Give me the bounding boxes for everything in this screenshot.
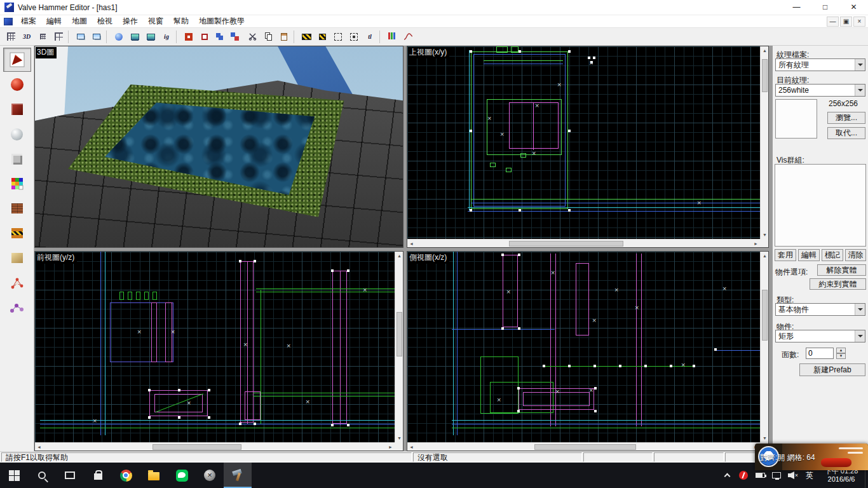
make-hollow-button[interactable] — [197, 30, 212, 44]
task-view-button[interactable] — [56, 463, 84, 488]
horizontal-scrollbar[interactable]: ◄► — [407, 442, 760, 451]
viewport-top[interactable]: ××××××× 上視圖(x/y) ▲▼ ◄► — [407, 46, 769, 248]
group-button[interactable] — [213, 30, 228, 44]
entity-tool[interactable] — [3, 122, 31, 146]
carve-button[interactable] — [181, 30, 196, 44]
auto-size-selection-button[interactable] — [346, 30, 362, 44]
hammer-app-button[interactable] — [224, 463, 252, 488]
replace-button[interactable]: 取代... — [827, 127, 865, 139]
viewport-side-label[interactable]: 側視圖(x/z) — [408, 252, 449, 264]
selection-tool[interactable] — [3, 48, 31, 72]
block-tool[interactable] — [3, 147, 31, 171]
viewport-top-canvas[interactable]: ××××××× — [407, 46, 760, 239]
object-combo[interactable]: 矩形 — [775, 330, 865, 342]
menu-item-4[interactable]: 檢視 — [92, 15, 118, 28]
new-prefab-button[interactable]: 新建Prefab — [799, 363, 865, 376]
viewport-front[interactable]: ×××××××× 前視圖(y/z) ▲▼ ◄► — [34, 251, 403, 451]
store-button[interactable] — [84, 463, 112, 488]
viewport-3d-label[interactable]: 3D圖 — [36, 47, 57, 58]
start-button[interactable] — [0, 463, 28, 488]
toggle-grid-button[interactable] — [3, 30, 18, 44]
apply-texture-tool[interactable] — [3, 196, 31, 220]
horizontal-scrollbar[interactable]: ◄► — [35, 442, 395, 451]
mdi-restore-button[interactable]: ▣ — [840, 17, 852, 27]
menu-item-8[interactable]: 地圖製作教學 — [194, 15, 250, 28]
faces-stepper[interactable]: ▲▼ — [836, 348, 846, 359]
current-texture-combo[interactable]: 256white — [775, 84, 865, 97]
decal-tool[interactable] — [3, 221, 31, 245]
viewport-front-label[interactable]: 前視圖(y/z) — [36, 252, 77, 264]
chevron-down-icon[interactable] — [855, 304, 865, 315]
vertical-scrollbar[interactable]: ▲▼ — [395, 252, 403, 442]
menu-item-5[interactable]: 操作 — [118, 15, 143, 28]
minimize-button[interactable]: — — [782, 0, 811, 15]
chrome-button[interactable] — [112, 463, 140, 488]
antivirus-tray-icon[interactable] — [735, 463, 752, 488]
ungroup-button[interactable] — [229, 30, 244, 44]
texture-application-tool[interactable] — [3, 172, 31, 196]
vertex-tool[interactable] — [3, 271, 31, 295]
path-tool[interactable] — [3, 295, 31, 320]
larger-grid-button[interactable] — [51, 30, 66, 44]
edit-cordon-button[interactable] — [315, 30, 330, 44]
close-button[interactable]: ✕ — [839, 0, 868, 15]
load-window-state-button[interactable] — [73, 30, 88, 44]
viewport-3d[interactable]: 3D圖 — [34, 46, 403, 248]
run-map-button[interactable] — [111, 30, 126, 44]
viewport-3d-canvas[interactable] — [35, 46, 403, 247]
file-explorer-button[interactable] — [140, 463, 168, 488]
chevron-down-icon[interactable] — [855, 330, 865, 342]
visgroup-clear-button[interactable]: 清除 — [845, 249, 866, 261]
menu-item-1[interactable]: 檔案 — [16, 15, 41, 28]
ungroup-entity-button[interactable]: 解除實體 — [817, 264, 866, 276]
viewport-top-label[interactable]: 上視圖(x/y) — [408, 47, 449, 58]
chevron-down-icon[interactable] — [855, 85, 865, 96]
visgroups-list[interactable] — [775, 164, 866, 247]
toggle-ignore-groups-button[interactable]: ig — [159, 30, 174, 44]
color-wads-button[interactable] — [384, 30, 400, 44]
vertical-scrollbar[interactable]: ▲▼ — [760, 46, 768, 239]
viewport-side[interactable]: ×××××××××× 側視圖(x/z) ▲▼ ◄► — [407, 251, 769, 451]
goto-brush-button[interactable] — [127, 30, 142, 44]
smaller-grid-button[interactable] — [35, 30, 50, 44]
hidden-icons-button[interactable] — [719, 463, 735, 488]
toggle-3d-grid-button[interactable]: 3D — [19, 30, 34, 44]
horizontal-scrollbar[interactable]: ◄► — [407, 239, 760, 247]
texture-file-combo[interactable]: 所有紋理 — [775, 58, 865, 71]
vertical-scrollbar[interactable]: ▲▼ — [760, 252, 768, 442]
menu-item-3[interactable]: 地圖 — [67, 15, 92, 28]
mdi-minimize-button[interactable]: — — [827, 17, 839, 27]
tie-to-entity-button[interactable]: 約束到實體 — [810, 278, 866, 290]
clipping-tool[interactable] — [3, 246, 31, 270]
menu-item-2[interactable]: 編輯 — [41, 15, 67, 28]
browse-button[interactable]: 瀏覽... — [827, 112, 865, 124]
cut-button[interactable] — [245, 30, 260, 44]
menu-item-7[interactable]: 幫助 — [168, 15, 194, 28]
camera-tool[interactable] — [3, 97, 31, 121]
save-window-state-button[interactable] — [89, 30, 104, 44]
xbox-button[interactable] — [196, 463, 224, 488]
chevron-down-icon[interactable] — [855, 59, 865, 71]
toggle-select-by-handles-button[interactable] — [330, 30, 346, 44]
menu-item-6[interactable]: 視窗 — [143, 15, 168, 28]
document-icon[interactable] — [4, 18, 13, 25]
magnify-tool[interactable] — [3, 72, 31, 97]
texture-lock-button[interactable]: tl — [362, 30, 377, 44]
search-button[interactable] — [28, 463, 56, 488]
copy-button[interactable] — [261, 30, 276, 44]
show-connections-button[interactable] — [143, 30, 158, 44]
viewport-front-canvas[interactable]: ×××××××× — [35, 252, 395, 442]
app-icon — [4, 3, 14, 12]
smooth-path-button[interactable] — [400, 30, 416, 44]
mdi-close-button[interactable]: × — [853, 17, 865, 27]
faces-input[interactable] — [806, 348, 834, 359]
visgroup-mark-button[interactable]: 標記 — [822, 249, 843, 261]
paste-button[interactable] — [276, 30, 292, 44]
maximize-button[interactable]: □ — [811, 0, 839, 15]
visgroup-apply-button[interactable]: 套用 — [775, 249, 796, 261]
messenger-app-button[interactable] — [168, 463, 196, 488]
viewport-side-canvas[interactable]: ×××××××××× — [407, 252, 760, 442]
toggle-cordon-button[interactable] — [299, 30, 314, 44]
type-combo[interactable]: 基本物件 — [775, 303, 865, 316]
visgroup-edit-button[interactable]: 編輯 — [798, 249, 820, 261]
